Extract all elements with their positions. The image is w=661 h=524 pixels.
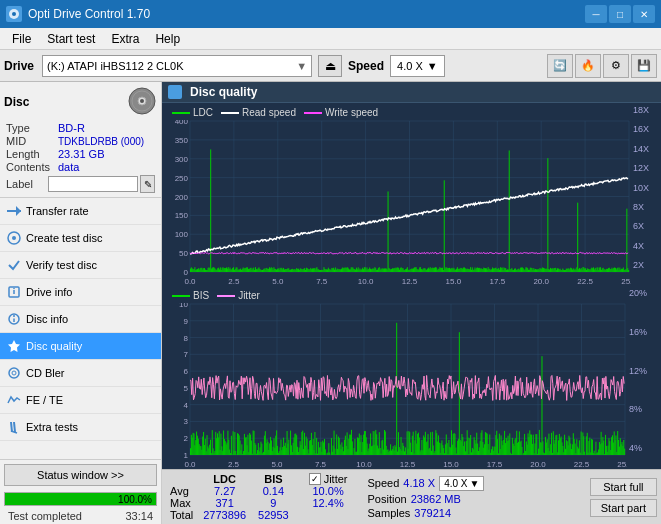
nav-label-fe-te: FE / TE [26,394,63,406]
sidebar-item-extra-tests[interactable]: Extra tests [0,414,161,441]
top-legend: LDC Read speed Write speed [166,105,384,120]
verify-test-disc-icon [6,257,22,273]
nav-label-extra-tests: Extra tests [26,421,78,433]
svg-point-1 [12,12,16,16]
total-ldc: 2773896 [197,509,252,521]
burn-button[interactable]: 🔥 [575,54,601,78]
speed-dropdown-arrow: ▼ [427,60,438,72]
length-value: 23.31 GB [58,148,104,160]
label-edit-button[interactable]: ✎ [140,175,155,193]
drive-selector[interactable]: (K:) ATAPI iHBS112 2 CL0K ▼ [42,55,312,77]
status-text: Test completed [4,509,86,523]
status-window-button[interactable]: Status window >> [4,464,157,486]
svg-point-14 [13,315,15,317]
sidebar-item-verify-test-disc[interactable]: Verify test disc [0,252,161,279]
legend-bis: BIS [193,290,209,301]
label-input[interactable] [48,176,138,192]
close-button[interactable]: ✕ [633,5,655,23]
drive-dropdown-arrow: ▼ [296,60,307,72]
bottom-chart: BIS Jitter 20% 16% 12% 8% 4% [162,286,661,469]
bottom-legend: BIS Jitter [166,288,266,303]
nav-label-transfer-rate: Transfer rate [26,205,89,217]
nav-items: Transfer rate Create test disc Verify te… [0,198,161,459]
chart-title: Disc quality [190,85,257,99]
mid-value: TDKBLDRBB (000) [58,136,144,147]
progress-text: 100.0% [118,493,152,507]
speed-stat-value: 4.18 X [403,477,435,489]
jitter-col-label: Jitter [324,473,348,485]
minimize-button[interactable]: ─ [585,5,607,23]
bottom-chart-canvas [162,286,627,469]
start-full-button[interactable]: Start full [590,478,657,496]
y-axis-right-bottom: 20% 16% 12% 8% 4% [629,286,661,469]
samples-value: 379214 [414,507,451,519]
max-label: Max [166,497,197,509]
sidebar-item-transfer-rate[interactable]: Transfer rate [0,198,161,225]
title-bar: Opti Drive Control 1.70 ─ □ ✕ [0,0,661,28]
save-button[interactable]: 💾 [631,54,657,78]
max-jitter: 12.4% [295,497,362,509]
app-title: Opti Drive Control 1.70 [28,7,150,21]
maximize-button[interactable]: □ [609,5,631,23]
toolbar-buttons: 🔄 🔥 ⚙ 💾 [547,54,657,78]
svg-line-21 [11,431,17,433]
nav-label-disc-quality: Disc quality [26,340,82,352]
progress-bar-container: 100.0% [4,492,157,506]
menu-extra[interactable]: Extra [103,30,147,48]
speed-selector[interactable]: 4.0 X ▼ [390,55,445,77]
nav-label-verify-test-disc: Verify test disc [26,259,97,271]
nav-label-drive-info: Drive info [26,286,72,298]
sidebar-item-fe-te[interactable]: FE / TE [0,387,161,414]
avg-label: Avg [166,485,197,497]
start-part-button[interactable]: Start part [590,499,657,517]
main-content: Disc Type BD-R MID TDKBLDRB [0,82,661,524]
disc-title: Disc [4,95,29,109]
disc-quality-icon [6,338,22,354]
contents-label: Contents [6,161,58,173]
right-panel: Disc quality LDC Read speed Write speed … [162,82,661,524]
app-icon [6,6,22,22]
settings-button[interactable]: ⚙ [603,54,629,78]
nav-label-cd-bler: CD Bler [26,367,65,379]
drive-info-icon [6,284,22,300]
col-bis: BIS [252,473,295,485]
nav-label-disc-info: Disc info [26,313,68,325]
speed-stat-selector[interactable]: 4.0 X ▼ [439,476,484,491]
total-bis: 52953 [252,509,295,521]
svg-marker-16 [8,340,20,352]
svg-point-17 [9,368,19,378]
position-value: 23862 MB [411,493,461,505]
sidebar-item-create-test-disc[interactable]: Create test disc [0,225,161,252]
disc-icon [127,86,157,118]
stats-bar: LDC BIS ✓ Jitter Avg 7.27 0.14 10.0% [162,469,661,524]
menu-file[interactable]: File [4,30,39,48]
svg-marker-7 [16,206,21,216]
type-value: BD-R [58,122,85,134]
sidebar-item-disc-quality[interactable]: Disc quality [0,333,161,360]
jitter-checkbox[interactable]: ✓ [309,473,321,485]
sidebar-item-drive-info[interactable]: Drive info [0,279,161,306]
sidebar-item-disc-info[interactable]: Disc info [0,306,161,333]
contents-value: data [58,161,79,173]
start-buttons: Start full Start part [590,478,657,517]
speed-value: 4.0 X [397,60,423,72]
top-chart-canvas [162,103,631,286]
samples-label: Samples [368,507,411,519]
col-ldc: LDC [197,473,252,485]
max-ldc: 371 [197,497,252,509]
svg-line-20 [14,422,15,432]
drive-value: (K:) ATAPI iHBS112 2 CL0K [47,60,184,72]
svg-point-9 [12,236,16,240]
sidebar-item-cd-bler[interactable]: CD Bler [0,360,161,387]
eject-button[interactable]: ⏏ [318,55,342,77]
time-text: 33:14 [121,509,157,523]
legend-ldc: LDC [193,107,213,118]
menu-help[interactable]: Help [147,30,188,48]
disc-info-icon [6,311,22,327]
avg-bis: 0.14 [252,485,295,497]
svg-point-12 [13,288,15,290]
menu-start-test[interactable]: Start test [39,30,103,48]
svg-point-18 [12,371,16,375]
refresh-button[interactable]: 🔄 [547,54,573,78]
top-chart: LDC Read speed Write speed 18X 16X 14X 1… [162,103,661,286]
